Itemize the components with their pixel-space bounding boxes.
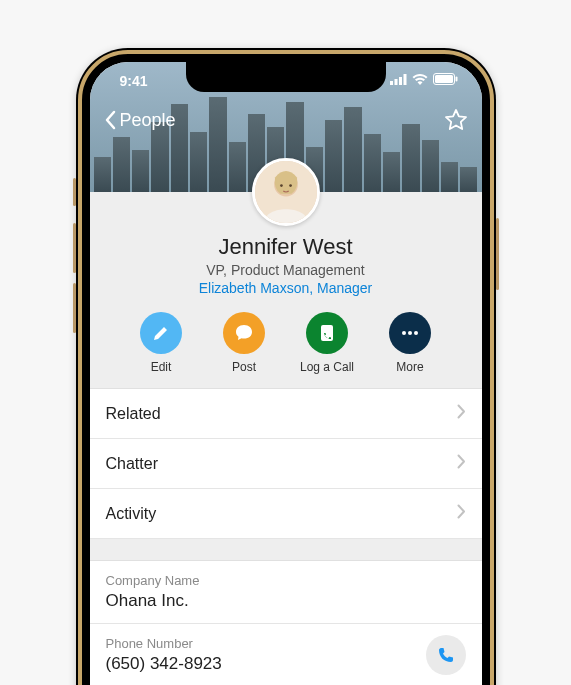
avatar-image	[255, 161, 317, 223]
svg-point-13	[408, 331, 412, 335]
speech-bubble-icon	[234, 323, 254, 343]
back-label: People	[120, 110, 176, 131]
profile-card: Jennifer West VP, Product Management Eli…	[90, 192, 482, 388]
svg-rect-6	[455, 77, 457, 82]
more-button[interactable]: More	[375, 312, 445, 374]
phone-field: Phone Number (650) 342-8923	[90, 624, 482, 685]
svg-rect-3	[403, 74, 406, 85]
post-button[interactable]: Post	[209, 312, 279, 374]
log-call-label: Log a Call	[300, 360, 354, 374]
pencil-icon	[152, 324, 170, 342]
star-icon	[444, 108, 468, 132]
chatter-label: Chatter	[106, 455, 158, 473]
company-field: Company Name Ohana Inc.	[90, 561, 482, 624]
screen: 9:41 People	[90, 62, 482, 685]
ellipsis-icon	[400, 330, 420, 336]
back-button[interactable]: People	[104, 110, 176, 131]
svg-rect-0	[390, 81, 393, 85]
related-row[interactable]: Related	[90, 389, 482, 439]
edit-button[interactable]: Edit	[126, 312, 196, 374]
contact-manager-link[interactable]: Elizabeth Maxson, Manager	[102, 280, 470, 296]
status-time: 9:41	[120, 73, 148, 89]
chevron-left-icon	[104, 110, 116, 130]
chevron-right-icon	[457, 404, 466, 423]
company-value: Ohana Inc.	[106, 591, 466, 611]
chatter-row[interactable]: Chatter	[90, 439, 482, 489]
phone-label: Phone Number	[106, 636, 466, 651]
svg-point-12	[402, 331, 406, 335]
log-call-button[interactable]: Log a Call	[292, 312, 362, 374]
favorite-button[interactable]	[444, 108, 468, 132]
activity-label: Activity	[106, 505, 157, 523]
post-label: Post	[232, 360, 256, 374]
phone-icon	[436, 645, 456, 665]
contact-name: Jennifer West	[102, 234, 470, 260]
avatar[interactable]	[252, 158, 320, 226]
more-label: More	[396, 360, 423, 374]
status-icons	[390, 73, 458, 85]
company-label: Company Name	[106, 573, 466, 588]
svg-rect-5	[435, 75, 453, 83]
edit-label: Edit	[151, 360, 172, 374]
svg-point-9	[280, 184, 283, 187]
svg-point-14	[414, 331, 418, 335]
action-row: Edit Post Log a Call	[102, 312, 470, 374]
svg-rect-11	[321, 325, 333, 341]
call-button[interactable]	[426, 635, 466, 675]
phone-frame: 9:41 People	[76, 48, 496, 685]
nav-bar: People	[90, 100, 482, 140]
section-list: Related Chatter Activity	[90, 388, 482, 539]
status-bar: 9:41	[90, 70, 482, 92]
svg-rect-2	[399, 77, 402, 85]
svg-point-10	[289, 184, 292, 187]
battery-icon	[433, 73, 458, 85]
related-label: Related	[106, 405, 161, 423]
cellular-icon	[390, 74, 407, 85]
section-spacer	[90, 539, 482, 561]
chevron-right-icon	[457, 504, 466, 523]
contact-title: VP, Product Management	[102, 262, 470, 278]
svg-rect-1	[394, 79, 397, 85]
chevron-right-icon	[457, 454, 466, 473]
wifi-icon	[412, 74, 428, 85]
phone-value: (650) 342-8923	[106, 654, 466, 674]
activity-row[interactable]: Activity	[90, 489, 482, 539]
phone-log-icon	[317, 323, 337, 343]
